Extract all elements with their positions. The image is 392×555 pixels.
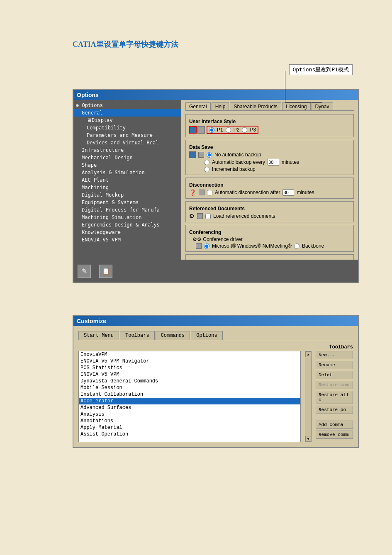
page-title: CATIA里设置单字母快捷键方法 [73,39,178,49]
tree-item-display[interactable]: 🖥Display [73,117,181,124]
rename-button[interactable]: Rename [316,361,353,369]
tree-item-ergonomics[interactable]: Ergonomics Design & Analys [73,221,181,229]
list-item[interactable]: Advanced Surfaces [79,404,300,411]
restore-po-button[interactable]: Restore po [316,406,353,414]
cust-tab-commands[interactable]: Commands [156,331,190,340]
backup-unit: minutes [282,159,299,165]
conf-sub: ⚙⚙ Conference driver [189,236,350,242]
list-item[interactable]: Analysis [79,411,300,418]
drag-drop-section: Drag & Drop Enable Drag _Drop for Cut, C… [185,254,354,260]
tree-item-analysis[interactable]: Analysis & Simulation [73,169,181,176]
footer-icon-1[interactable]: ✎ [78,265,91,278]
list-item[interactable]: ENOVIA V5 VPM [79,371,300,378]
scroll-up[interactable]: ▲ [305,351,311,357]
list-item[interactable]: PCS Statistics [79,365,300,371]
restore-all-button[interactable]: Restore all c [316,391,353,404]
label-auto-backup: Automatic backup every [212,159,265,165]
conf-title: Conferencing [189,229,350,235]
tab-help[interactable]: Help [212,102,229,110]
disconnection-title: Disconnection [189,182,350,188]
list-item[interactable]: ENOVIA V5 VPM Navigator [79,358,300,365]
list-item[interactable]: EnoviaVPM [79,351,300,358]
tree-item-shape[interactable]: Shape [73,161,181,169]
disc-unit: minutes. [297,190,315,195]
ref-docs-section: Referenced Documents ⚙ Load referenced d… [185,201,354,222]
restore-com-button[interactable]: Restore com [316,381,353,389]
callout-line [285,71,322,102]
list-item[interactable]: Assist Operation [79,431,300,438]
tree-item-equipment[interactable]: Equipment & Systems [73,199,181,206]
list-scrollbar[interactable]: ▲ ▼ [305,351,312,442]
toolbars-section: EnoviaVPM ENOVIA V5 VPM Navigator PCS St… [78,351,353,442]
tree-item-parameters[interactable]: Parameters and Measure [73,131,181,139]
tree-item-devices[interactable]: Devices and Virtual Real [73,139,181,146]
radio-auto-backup[interactable] [204,160,209,165]
radio-p2[interactable] [226,127,231,133]
ui-p1-selector: P1 P2 P3 [207,126,258,134]
tree-item-enovia[interactable]: ENOVIA V5 VPM [73,236,181,243]
tree-item-knowledge[interactable]: Knowledgeware [73,229,181,236]
list-item[interactable]: Annotations [79,418,300,424]
list-item[interactable]: Mobile Session [79,385,300,391]
ui-icon-2 [197,126,205,134]
disc-icon2 [199,190,205,195]
label-no-backup: No automatic backup [214,152,261,158]
radio-netmeeting[interactable] [204,243,209,249]
ref-icon2 [197,213,203,219]
tab-licensing[interactable]: Licensing [282,102,311,110]
backup-minutes-input[interactable] [268,159,279,166]
label-p2: P2 [234,127,240,133]
list-item[interactable]: Instant Collaboration [79,391,300,398]
tab-general[interactable]: General [185,102,211,110]
radio-backbone[interactable] [294,243,299,249]
add-comma-button[interactable]: Add comma [316,421,353,429]
tree-item-compatibility[interactable]: Compatibility [73,124,181,131]
tree-item-machining[interactable]: Machining [73,184,181,191]
tree-item-mechanical[interactable]: Mechanical Design [73,154,181,161]
ui-style-section: User Interface Style P1 P2 P3 [185,114,354,137]
radio-p1[interactable] [209,127,214,133]
scroll-down[interactable]: ▼ [305,436,311,442]
auto-disconnect-checkbox[interactable] [207,190,212,195]
list-item[interactable]: Apply Material [79,424,300,431]
conferencing-section: Conferencing ⚙⚙ Conference driver Micros… [185,225,354,252]
cust-tab-options[interactable]: Options [191,331,222,340]
radio-p3[interactable] [242,127,247,133]
radio-incremental[interactable] [204,167,209,172]
list-item[interactable]: Dynavista General Commands [79,378,300,385]
tree-item-options[interactable]: ⚙ Options [73,102,181,109]
tab-dynav[interactable]: Dynav [312,102,333,110]
disc-icon: ❓ [189,189,196,196]
cust-tab-start[interactable]: Start Menu [78,331,119,340]
radio-no-backup[interactable] [207,152,212,158]
list-item-selected[interactable]: Accelerator [79,398,300,404]
toolbars-list: EnoviaVPM ENOVIA V5 VPM Navigator PCS St… [78,351,301,442]
data-save-row3: Incremental backup [189,166,350,172]
data-save-section: Data Save No automatic backup Automatic … [185,140,354,175]
label-p3: P3 [250,127,256,133]
remove-comm-button[interactable]: Remove comm [316,431,353,439]
tab-shareable[interactable]: Shareable Products [230,102,281,110]
new-button[interactable]: New... [316,351,353,359]
tree-item-digital-process[interactable]: Digital Process for Manufa [73,206,181,214]
data-save-row1: No automatic backup [189,151,350,158]
tree-item-machining-sim[interactable]: Machining Simulation [73,214,181,221]
tree-item-digital-mockup[interactable]: Digital Mockup [73,191,181,199]
delete-button[interactable]: Delet [316,371,353,379]
ref-icon: ⚙ [189,213,195,219]
disc-minutes-input[interactable] [282,189,294,196]
load-ref-docs-checkbox[interactable] [205,214,211,219]
tree-item-aec[interactable]: AEC Plant [73,176,181,184]
ref-docs-text: Load referenced documents [213,213,275,219]
options-window: Options ⚙ Options General 🖥Display Compa… [73,89,359,283]
label-p1: P1 [217,127,223,133]
ui-icon-1 [189,126,197,134]
tree-item-general[interactable]: General [73,109,181,117]
cust-tab-toolbars[interactable]: Toolbars [120,331,155,340]
disconnection-section: Disconnection ❓ Automatic disconnection … [185,178,354,199]
footer-icon-2[interactable]: 📋 [99,265,112,278]
label-backbone: Backbone [302,243,324,249]
ui-style-title: User Interface Style [189,119,350,124]
conf-icon: ⚙⚙ [192,236,202,242]
tree-item-infrastructure[interactable]: Infrastructure [73,146,181,154]
